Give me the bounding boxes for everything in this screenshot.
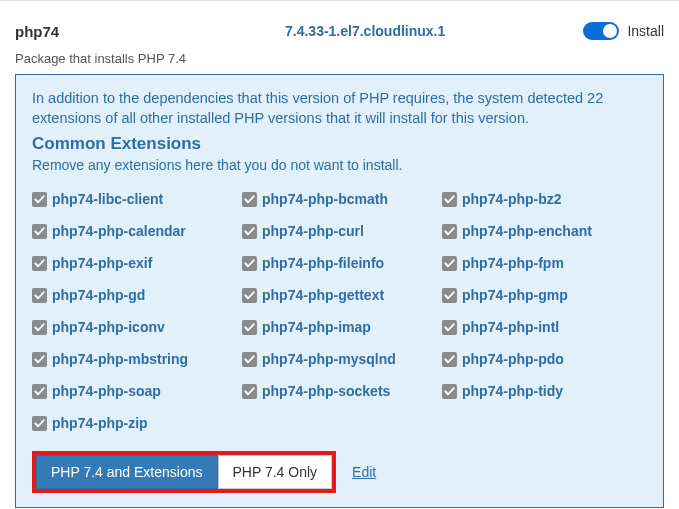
extension-item: php74-php-intl bbox=[442, 311, 647, 343]
extension-checkbox[interactable] bbox=[32, 384, 47, 399]
extension-checkbox[interactable] bbox=[442, 288, 457, 303]
extension-item: php74-php-zip bbox=[32, 407, 242, 439]
extension-checkbox[interactable] bbox=[32, 416, 47, 431]
extension-label: php74-php-gettext bbox=[262, 287, 384, 303]
panel-heading: Common Extensions bbox=[32, 134, 647, 154]
extension-label: php74-php-soap bbox=[52, 383, 161, 399]
extension-label: php74-php-pdo bbox=[462, 351, 564, 367]
extension-item: php74-php-mbstring bbox=[32, 343, 242, 375]
extension-label: php74-php-intl bbox=[462, 319, 559, 335]
extension-checkbox[interactable] bbox=[242, 256, 257, 271]
extension-item: php74-php-pdo bbox=[442, 343, 647, 375]
extension-label: php74-php-bz2 bbox=[462, 191, 562, 207]
extension-item: php74-php-gettext bbox=[242, 279, 442, 311]
extension-item: php74-libc-client bbox=[32, 183, 242, 215]
extension-checkbox[interactable] bbox=[442, 320, 457, 335]
extension-item: php74-php-fpm bbox=[442, 247, 647, 279]
package-version: 7.4.33-1.el7.cloudlinux.1 bbox=[285, 23, 583, 39]
extension-label: php74-php-imap bbox=[262, 319, 371, 335]
extension-checkbox[interactable] bbox=[442, 352, 457, 367]
extension-item: php74-php-gd bbox=[32, 279, 242, 311]
extension-checkbox[interactable] bbox=[442, 384, 457, 399]
edit-link[interactable]: Edit bbox=[352, 464, 376, 480]
extension-checkbox[interactable] bbox=[32, 320, 47, 335]
install-only-button[interactable]: PHP 7.4 Only bbox=[218, 455, 333, 489]
extension-checkbox[interactable] bbox=[442, 224, 457, 239]
extension-item: php74-php-sockets bbox=[242, 375, 442, 407]
extension-item: php74-php-calendar bbox=[32, 215, 242, 247]
extension-label: php74-php-curl bbox=[262, 223, 364, 239]
install-toggle-label: Install bbox=[627, 23, 664, 39]
install-with-extensions-button[interactable]: PHP 7.4 and Extensions bbox=[36, 455, 218, 489]
panel-sub: Remove any extensions here that you do n… bbox=[32, 157, 647, 173]
extension-label: php74-php-mbstring bbox=[52, 351, 188, 367]
extension-label: php74-php-gd bbox=[52, 287, 145, 303]
extension-checkbox[interactable] bbox=[242, 384, 257, 399]
extension-item: php74-php-mysqlnd bbox=[242, 343, 442, 375]
extensions-panel: In addition to the dependencies that thi… bbox=[15, 74, 664, 508]
extension-label: php74-php-mysqlnd bbox=[262, 351, 396, 367]
extension-label: php74-php-exif bbox=[52, 255, 152, 271]
extension-checkbox[interactable] bbox=[242, 224, 257, 239]
package-description: Package that installs PHP 7.4 bbox=[15, 51, 664, 66]
extension-item: php74-php-bz2 bbox=[442, 183, 647, 215]
panel-note: In addition to the dependencies that thi… bbox=[32, 89, 647, 128]
extension-checkbox[interactable] bbox=[32, 256, 47, 271]
extension-checkbox[interactable] bbox=[242, 320, 257, 335]
extension-label: php74-php-fpm bbox=[462, 255, 564, 271]
extension-checkbox[interactable] bbox=[32, 224, 47, 239]
extension-checkbox[interactable] bbox=[242, 288, 257, 303]
extension-label: php74-libc-client bbox=[52, 191, 163, 207]
extension-item: php74-php-iconv bbox=[32, 311, 242, 343]
extension-item: php74-php-exif bbox=[32, 247, 242, 279]
highlighted-button-group: PHP 7.4 and Extensions PHP 7.4 Only bbox=[32, 451, 336, 493]
extension-checkbox[interactable] bbox=[32, 288, 47, 303]
extension-item: php74-php-fileinfo bbox=[242, 247, 442, 279]
extension-label: php74-php-iconv bbox=[52, 319, 165, 335]
package-name: php74 bbox=[15, 23, 285, 40]
extension-checkbox[interactable] bbox=[242, 192, 257, 207]
extension-checkbox[interactable] bbox=[442, 256, 457, 271]
extension-item: php74-php-soap bbox=[32, 375, 242, 407]
install-toggle[interactable] bbox=[583, 22, 619, 40]
extension-label: php74-php-gmp bbox=[462, 287, 568, 303]
extension-checkbox[interactable] bbox=[32, 352, 47, 367]
extension-item: php74-php-bcmath bbox=[242, 183, 442, 215]
extension-label: php74-php-zip bbox=[52, 415, 148, 431]
extension-label: php74-php-tidy bbox=[462, 383, 563, 399]
extension-item: php74-php-gmp bbox=[442, 279, 647, 311]
extension-label: php74-php-fileinfo bbox=[262, 255, 384, 271]
extension-label: php74-php-calendar bbox=[52, 223, 186, 239]
extension-item: php74-php-tidy bbox=[442, 375, 647, 407]
extension-label: php74-php-enchant bbox=[462, 223, 592, 239]
extension-label: php74-php-bcmath bbox=[262, 191, 388, 207]
extension-label: php74-php-sockets bbox=[262, 383, 390, 399]
extension-item: php74-php-enchant bbox=[442, 215, 647, 247]
extension-checkbox[interactable] bbox=[242, 352, 257, 367]
extension-item: php74-php-imap bbox=[242, 311, 442, 343]
extension-checkbox[interactable] bbox=[32, 192, 47, 207]
extension-checkbox[interactable] bbox=[442, 192, 457, 207]
extension-item: php74-php-curl bbox=[242, 215, 442, 247]
